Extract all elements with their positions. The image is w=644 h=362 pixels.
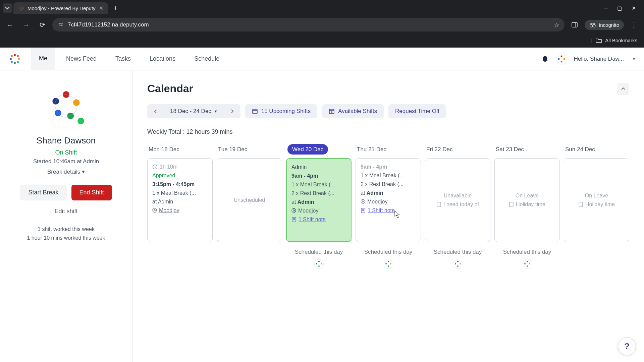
notifications-bell-icon[interactable] [541,55,549,63]
shift-card-sun[interactable]: On Leave Holiday time [564,158,629,242]
scheduled-label: Scheduled this day [286,249,352,255]
shift-card-wed[interactable]: Admin 9am - 4pm 1 x Meal Break (... 2 x … [286,158,352,242]
weekly-total: Weekly Total : 12 hours 39 mins [147,128,629,135]
day-label-mon: Mon 18 Dec [147,146,213,153]
caret-down-icon: ▼ [214,109,218,113]
calendar-controls: 18 Dec - 24 Dec ▼ 15 Upcoming Shifts Ava… [147,104,629,118]
shift-card-sat[interactable]: On Leave Holiday time [494,158,560,242]
svg-point-64 [460,263,461,264]
shift-time: 9am - 4pm [291,173,346,179]
incognito-badge[interactable]: Incognito [585,20,624,30]
day-label-wed: Wed 20 Dec [286,146,352,153]
svg-point-55 [318,265,320,267]
svg-point-70 [527,265,528,267]
nav-me[interactable]: Me [31,48,55,70]
scheduled-avatar[interactable] [383,259,393,269]
prev-week-button[interactable] [147,104,164,118]
user-avatar-small[interactable] [556,53,567,65]
note-icon [436,202,441,207]
day-label-sat: Sat 23 Dec [494,146,560,153]
maximize-icon[interactable]: ▢ [617,5,622,11]
shift-note-link[interactable]: 1 Shift note [299,217,326,223]
reason-text: I need today of [443,201,479,207]
start-break-button[interactable]: Start Break [20,185,66,200]
location-text: Moodjoy [367,199,387,205]
url-text: 7cf47d19112152.na.deputy.com [68,21,550,28]
scheduled-label: Scheduled this day [494,249,560,255]
week-header-row: Mon 18 Dec Tue 19 Dec Wed 20 Dec Thu 21 … [147,146,629,158]
nav-locations[interactable]: Locations [142,48,183,70]
shift-card-tue[interactable]: Unscheduled [217,158,282,242]
date-range-picker[interactable]: 18 Dec - 24 Dec ▼ [164,104,224,118]
svg-point-62 [453,259,463,268]
location-pin-icon [361,199,365,204]
svg-point-25 [558,58,559,60]
tab-favicon-icon [18,5,24,11]
back-button[interactable]: ← [4,19,16,31]
svg-point-20 [544,61,546,62]
tab-close-icon[interactable]: ✕ [99,5,103,11]
svg-point-24 [560,61,562,62]
svg-point-7 [61,24,62,26]
svg-point-52 [314,259,324,268]
stat-hours-worked: 1 hour 10 mins worked this week [27,235,105,241]
shift-note-link[interactable]: 1 Shift note [368,207,395,214]
svg-point-23 [563,58,565,60]
scheduled-avatar[interactable] [314,259,324,269]
svg-point-56 [316,263,317,264]
url-input[interactable]: 7cf47d19112152.na.deputy.com ☆ [52,18,565,32]
browser-menu-button[interactable]: ⋮ [628,19,640,31]
app-logo[interactable] [8,52,21,66]
svg-point-3 [19,7,20,9]
day-label-thu: Thu 21 Dec [356,146,421,153]
tab-search-button[interactable] [3,3,12,13]
user-menu-caret-icon[interactable]: ▼ [632,57,636,61]
break-details-link[interactable]: Break details ▾ [47,168,85,175]
svg-point-68 [527,261,528,262]
svg-point-61 [385,263,387,264]
scheduled-avatar[interactable] [453,259,463,269]
location-text: Moodjoy [298,208,318,214]
shift-card-thu[interactable]: 9am - 4pm 1 x Meal Break (... 2 x Rest B… [356,158,421,242]
reload-button[interactable]: ⟳ [36,19,48,31]
svg-point-57 [384,259,393,268]
site-info-icon[interactable] [58,22,64,28]
svg-point-53 [318,261,320,262]
scheduled-avatar[interactable] [522,259,532,269]
svg-point-0 [20,6,22,7]
location-link[interactable]: Moodjoy [159,207,179,214]
upcoming-shifts-button[interactable]: 15 Upcoming Shifts [245,104,317,118]
edit-shift-link[interactable]: Edit shift [54,208,77,215]
end-shift-button[interactable]: End Shift [71,185,112,200]
help-button[interactable]: ? [618,337,636,355]
clock-icon [152,164,158,170]
svg-point-12 [14,54,16,56]
all-bookmarks-link[interactable]: All Bookmarks [605,38,637,43]
nav-tasks[interactable]: Tasks [107,48,139,70]
close-window-icon[interactable]: ✕ [632,5,636,11]
collapse-button[interactable] [617,83,629,95]
svg-point-54 [321,263,322,264]
minimize-icon[interactable]: ─ [604,5,608,11]
at-location: at Admin [361,190,416,196]
nav-schedule[interactable]: Schedule [186,48,227,70]
svg-point-11 [593,24,595,27]
shift-card-fri[interactable]: Unavailable I need today of [425,158,490,242]
side-panel-button[interactable] [569,19,581,31]
svg-point-10 [590,24,593,27]
available-shifts-button[interactable]: Available Shifts [322,104,384,118]
shift-role: Admin [291,164,346,170]
forward-button[interactable]: → [20,19,32,31]
nav-news-feed[interactable]: News Feed [58,48,105,70]
user-greeting[interactable]: Hello, Shane Daw... [574,56,624,62]
scheduled-label: Scheduled this day [356,249,421,255]
svg-point-41 [293,210,294,211]
browser-tab[interactable]: Moodjoy - Powered By Deputy ✕ [13,2,108,14]
request-time-off-button[interactable]: Request Time Off [388,104,446,118]
new-tab-button[interactable]: + [109,4,122,12]
next-week-button[interactable] [224,104,240,118]
svg-rect-31 [253,109,257,114]
shift-card-mon[interactable]: 1h 10m Approved 3:15pm - 4:45pm 1 x Meal… [147,158,213,242]
bookmark-star-icon[interactable]: ☆ [554,21,559,28]
tab-bar: Moodjoy - Powered By Deputy ✕ + ─ ▢ ✕ [0,0,644,16]
